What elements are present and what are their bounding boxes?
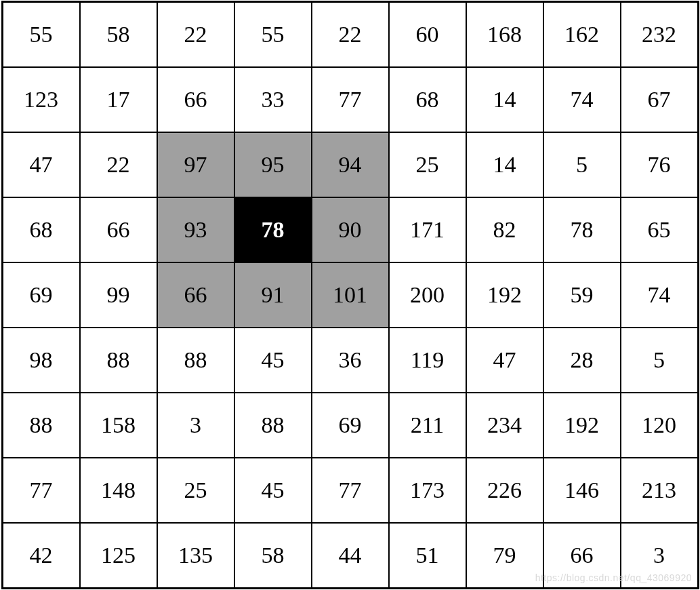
grid-row: 555822552260168162232 (2, 2, 698, 68)
grid-row: 47229795942514576 (2, 132, 698, 197)
grid-cell: 66 (543, 523, 621, 589)
grid-cell: 213 (621, 458, 699, 523)
grid-cell: 58 (234, 523, 312, 589)
grid-cell: 135 (157, 523, 234, 589)
grid-cell: 162 (543, 2, 621, 68)
grid-row: 699966911012001925974 (2, 262, 698, 328)
grid-cell: 47 (2, 132, 80, 197)
grid-cell: 74 (543, 67, 621, 132)
grid-cell: 60 (389, 2, 466, 68)
grid-cell: 68 (2, 197, 80, 262)
grid-cell: 17 (80, 67, 157, 132)
grid-cell: 33 (234, 67, 312, 132)
grid-cell: 99 (80, 262, 157, 328)
grid-row: 988888453611947285 (2, 328, 698, 393)
grid-row: 1231766337768147467 (2, 67, 698, 132)
grid-cell: 76 (621, 132, 699, 197)
grid-cell: 25 (157, 458, 234, 523)
grid-cell: 58 (80, 2, 157, 68)
grid-cell: 200 (389, 262, 466, 328)
grid-cell: 88 (157, 328, 234, 393)
grid-row: 77148254577173226146213 (2, 458, 698, 523)
grid-cell: 78 (543, 197, 621, 262)
grid-cell: 77 (2, 458, 80, 523)
grid-cell: 47 (466, 328, 543, 393)
grid-cell: 88 (234, 393, 312, 458)
grid-cell: 192 (466, 262, 543, 328)
grid-cell: 74 (621, 262, 699, 328)
grid-cell: 146 (543, 458, 621, 523)
grid-cell: 68 (389, 67, 466, 132)
grid-cell: 88 (80, 328, 157, 393)
grid-cell: 66 (157, 262, 234, 328)
grid-cell: 120 (621, 393, 699, 458)
grid-cell: 119 (389, 328, 466, 393)
grid-cell: 69 (2, 262, 80, 328)
grid-cell: 97 (157, 132, 234, 197)
grid-cell: 148 (80, 458, 157, 523)
grid-cell: 51 (389, 523, 466, 589)
figure-container: 5558225522601681622321231766337768147467… (0, 0, 700, 590)
grid-cell: 28 (543, 328, 621, 393)
grid-cell: 232 (621, 2, 699, 68)
grid-cell: 98 (2, 328, 80, 393)
grid-cell: 67 (621, 67, 699, 132)
grid-cell: 158 (80, 393, 157, 458)
grid-cell: 101 (312, 262, 389, 328)
grid-cell: 69 (312, 393, 389, 458)
grid-cell: 65 (621, 197, 699, 262)
grid-cell: 82 (466, 197, 543, 262)
grid-cell: 5 (621, 328, 699, 393)
grid-cell: 77 (312, 67, 389, 132)
grid-row: 4212513558445179663 (2, 523, 698, 589)
grid-cell: 55 (234, 2, 312, 68)
grid-cell: 44 (312, 523, 389, 589)
grid-cell: 45 (234, 328, 312, 393)
grid-body: 5558225522601681622321231766337768147467… (2, 2, 698, 589)
grid-cell: 77 (312, 458, 389, 523)
grid-cell: 66 (80, 197, 157, 262)
pixel-grid: 5558225522601681622321231766337768147467… (1, 1, 699, 589)
grid-cell: 90 (312, 197, 389, 262)
grid-row: 8815838869211234192120 (2, 393, 698, 458)
grid-cell: 226 (466, 458, 543, 523)
grid-cell: 95 (234, 132, 312, 197)
grid-cell: 125 (80, 523, 157, 589)
grid-cell: 22 (80, 132, 157, 197)
grid-cell: 14 (466, 67, 543, 132)
grid-cell: 45 (234, 458, 312, 523)
grid-cell: 59 (543, 262, 621, 328)
grid-cell: 234 (466, 393, 543, 458)
grid-cell: 123 (2, 67, 80, 132)
grid-cell: 3 (621, 523, 699, 589)
grid-cell: 88 (2, 393, 80, 458)
grid-cell: 22 (312, 2, 389, 68)
grid-cell: 171 (389, 197, 466, 262)
grid-cell: 168 (466, 2, 543, 68)
grid-cell: 173 (389, 458, 466, 523)
grid-cell: 91 (234, 262, 312, 328)
grid-cell: 211 (389, 393, 466, 458)
grid-row: 6866937890171827865 (2, 197, 698, 262)
grid-cell: 192 (543, 393, 621, 458)
grid-cell: 3 (157, 393, 234, 458)
grid-cell: 22 (157, 2, 234, 68)
grid-cell: 36 (312, 328, 389, 393)
grid-cell: 55 (2, 2, 80, 68)
grid-cell: 79 (466, 523, 543, 589)
grid-cell: 66 (157, 67, 234, 132)
grid-cell: 25 (389, 132, 466, 197)
grid-cell: 78 (234, 197, 312, 262)
grid-cell: 5 (543, 132, 621, 197)
grid-cell: 42 (2, 523, 80, 589)
grid-cell: 94 (312, 132, 389, 197)
grid-cell: 14 (466, 132, 543, 197)
grid-cell: 93 (157, 197, 234, 262)
